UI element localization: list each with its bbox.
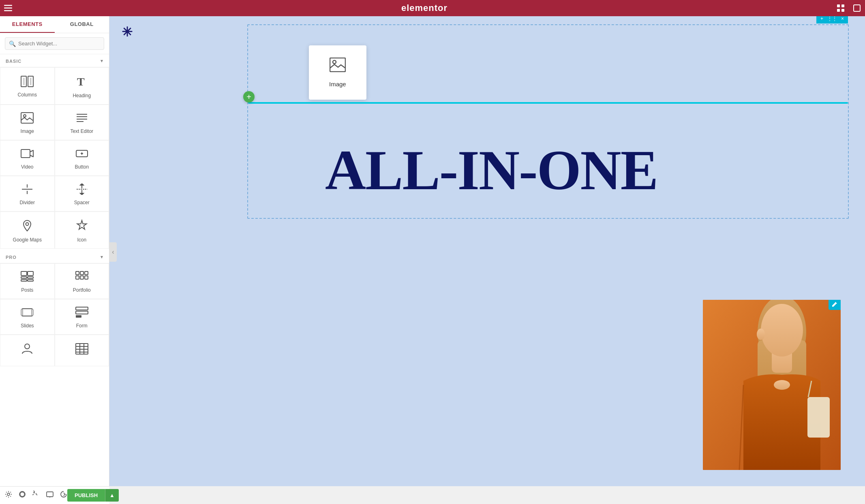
widget-form-label: Form — [76, 323, 88, 329]
search-icon: 🔍 — [9, 41, 16, 47]
svg-rect-74 — [47, 492, 53, 497]
photo-edit-button[interactable] — [829, 300, 841, 310]
svg-rect-4 — [841, 4, 844, 7]
svg-rect-15 — [21, 113, 33, 123]
section-container: + ⋮⋮ × Image — [247, 24, 849, 219]
settings-icon[interactable] — [5, 491, 12, 500]
svg-rect-59 — [330, 58, 345, 72]
svg-rect-0 — [4, 5, 12, 6]
section-add-button[interactable]: + — [819, 16, 825, 22]
preview-icon[interactable] — [46, 491, 54, 500]
asterisk-decoration: ✳ — [122, 24, 133, 40]
svg-rect-49 — [76, 307, 88, 310]
widget-form[interactable]: Form — [55, 299, 109, 335]
publish-dropdown-button[interactable]: ▲ — [105, 489, 119, 502]
top-bar: elementor — [0, 0, 865, 16]
svg-rect-7 — [854, 5, 860, 11]
theme-icon[interactable] — [19, 491, 26, 500]
svg-line-73 — [36, 494, 37, 495]
svg-point-66 — [757, 329, 765, 340]
svg-point-69 — [774, 380, 790, 390]
sidebar-tabs: ELEMENTS GLOBAL — [0, 16, 109, 33]
button-icon — [75, 148, 88, 161]
widget-button-label: Button — [75, 164, 89, 170]
widget-image[interactable]: Image — [0, 105, 55, 140]
svg-rect-2 — [4, 10, 12, 11]
sidebar-collapse-handle[interactable] — [109, 242, 117, 262]
sidebar-content: BASIC ▾ Columns — [0, 54, 109, 504]
svg-rect-41 — [80, 271, 84, 275]
svg-rect-21 — [21, 149, 30, 158]
svg-rect-43 — [76, 276, 79, 279]
drop-indicator-line — [248, 102, 848, 104]
tab-global[interactable]: GLOBAL — [55, 16, 109, 33]
svg-rect-45 — [85, 276, 88, 279]
svg-rect-67 — [807, 397, 830, 438]
responsive-icon[interactable] — [60, 491, 67, 500]
widget-posts[interactable]: Posts — [0, 263, 55, 299]
widget-image-label: Image — [21, 128, 34, 134]
widget-icon[interactable]: Icon — [55, 211, 109, 249]
svg-point-60 — [333, 60, 336, 64]
bottom-bar: PUBLISH ▲ — [0, 486, 109, 504]
svg-point-33 — [26, 223, 29, 226]
hamburger-menu[interactable] — [0, 0, 16, 16]
widget-google-maps[interactable]: Google Maps — [0, 211, 55, 249]
widget-portfolio-label: Portfolio — [73, 287, 91, 293]
publish-area: PUBLISH ▲ — [67, 489, 119, 502]
video-icon — [21, 148, 34, 161]
widget-spacer[interactable]: Spacer — [55, 176, 109, 211]
widget-video-label: Video — [21, 164, 33, 170]
widget-text-editor-label: Text Editor — [70, 128, 93, 134]
bottom-bar-icons — [5, 491, 67, 500]
svg-rect-39 — [28, 280, 33, 281]
elementor-logo: elementor — [16, 3, 833, 13]
svg-rect-47 — [21, 310, 23, 315]
widget-slides[interactable]: Slides — [0, 299, 55, 335]
tab-elements[interactable]: ELEMENTS — [0, 16, 55, 33]
widget-person[interactable] — [0, 335, 55, 366]
svg-point-16 — [24, 115, 26, 117]
svg-rect-51 — [76, 315, 81, 318]
svg-rect-5 — [837, 9, 840, 12]
section-move-button[interactable]: ⋮⋮ — [826, 16, 839, 22]
pro-widgets-grid: Posts Portfolio — [0, 263, 109, 366]
google-maps-icon — [21, 219, 34, 234]
posts-icon — [21, 271, 34, 284]
canvas-inner: ✳ + ⋮⋮ × Image — [109, 16, 865, 486]
divider-icon — [21, 184, 34, 196]
svg-rect-44 — [80, 276, 84, 279]
apps-grid-button[interactable] — [833, 0, 849, 16]
section-close-button[interactable]: × — [839, 16, 846, 22]
widget-heading[interactable]: T Heading — [55, 67, 109, 105]
widget-divider-label: Divider — [20, 200, 35, 205]
svg-rect-6 — [841, 9, 844, 12]
widget-portfolio[interactable]: Portfolio — [55, 263, 109, 299]
widget-icon-label: Icon — [77, 237, 86, 243]
widget-slides-label: Slides — [21, 323, 34, 329]
search-input[interactable] — [5, 37, 104, 50]
history-icon[interactable] — [32, 491, 40, 500]
svg-rect-48 — [32, 310, 33, 315]
widget-table[interactable] — [55, 335, 109, 366]
svg-rect-37 — [28, 271, 33, 275]
window-button[interactable] — [849, 0, 865, 16]
svg-rect-40 — [76, 271, 79, 275]
widget-text-editor[interactable]: Text Editor — [55, 105, 109, 140]
widget-button[interactable]: Button — [55, 140, 109, 176]
svg-rect-38 — [28, 277, 33, 278]
add-widget-button[interactable]: + — [243, 91, 255, 103]
image-card-label: Image — [329, 81, 346, 88]
widget-video[interactable]: Video — [0, 140, 55, 176]
publish-button[interactable]: PUBLISH — [67, 489, 105, 502]
basic-section-header: BASIC ▾ — [0, 54, 109, 67]
svg-rect-3 — [837, 4, 840, 7]
widget-divider[interactable]: Divider — [0, 176, 55, 211]
portfolio-icon — [75, 271, 88, 284]
widget-columns[interactable]: Columns — [0, 67, 55, 105]
spacer-icon — [75, 184, 88, 196]
form-icon — [75, 307, 88, 320]
canvas: ✳ + ⋮⋮ × Image — [109, 16, 865, 486]
svg-point-52 — [25, 344, 30, 349]
section-toolbar: + ⋮⋮ × — [816, 16, 848, 23]
